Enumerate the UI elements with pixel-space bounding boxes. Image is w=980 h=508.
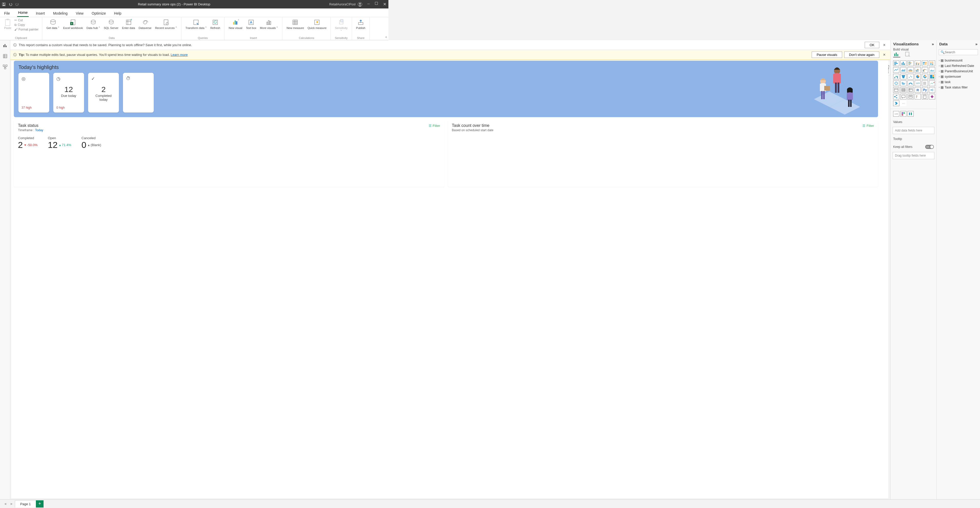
timeframe-link[interactable]: Today	[35, 128, 43, 132]
ribbon-group-queries: Queries	[198, 36, 208, 40]
ribbon-group-insert: Insert	[250, 36, 257, 40]
redo-icon[interactable]	[15, 3, 19, 6]
minimize-icon[interactable]: ─	[368, 2, 370, 7]
report-view-icon[interactable]	[2, 42, 8, 48]
menu-modeling[interactable]: Modeling	[52, 10, 68, 17]
svg-point-13	[109, 20, 113, 22]
cut-button[interactable]: ✂Cut	[13, 18, 40, 22]
card-due-today[interactable]: ◷ 12 Due today 0 high	[53, 73, 84, 113]
dataverse-button[interactable]: Dataverse	[137, 18, 153, 30]
check-icon: ✓	[91, 76, 116, 81]
left-rail	[0, 40, 10, 201]
svg-rect-24	[236, 21, 237, 25]
menu-home[interactable]: Home	[17, 9, 29, 17]
menu-insert[interactable]: Insert	[35, 10, 46, 17]
info-icon: ⓘ	[13, 43, 17, 48]
ribbon: Paste ✂Cut ⧉Copy 🖌Format painter Clipboa…	[0, 17, 388, 40]
scissors-icon: ✂	[14, 18, 17, 22]
svg-text:+: +	[238, 19, 239, 22]
report-canvas[interactable]: Today's highlights ◎ 37 high ◷ 12 Due to…	[11, 61, 388, 201]
publish-button[interactable]: Publish	[355, 18, 367, 30]
user-name[interactable]: RetailAuroraCIPool	[329, 3, 356, 6]
format-painter-button[interactable]: 🖌Format painter	[13, 27, 40, 32]
model-view-icon[interactable]	[2, 64, 8, 70]
card-target[interactable]: ◎ 37 high	[18, 73, 49, 113]
ribbon-group-calc: Calculations	[299, 36, 314, 40]
titlebar: Retail summary store ops (2) - Power BI …	[0, 0, 388, 8]
info-icon: ⓘ	[13, 53, 17, 57]
banner-tip: ⓘ Tip: To make multiple edits fast, paus…	[10, 50, 388, 60]
recent-sources-button[interactable]: Recent sources ˅	[153, 18, 178, 30]
card-stopwatch[interactable]: ⏱	[123, 73, 154, 113]
new-visual-button[interactable]: +New visual	[227, 18, 243, 30]
menu-optimize[interactable]: Optimize	[91, 10, 107, 17]
sensitivity-button[interactable]: Sensitivity˅	[333, 18, 349, 33]
stopwatch-icon: ⏱	[126, 76, 151, 81]
new-measure-button[interactable]: New measure	[285, 18, 305, 30]
svg-rect-6	[5, 19, 10, 25]
get-data-button[interactable]: Get data ˅	[45, 18, 61, 30]
svg-text:X: X	[71, 22, 73, 25]
svg-point-8	[51, 20, 55, 22]
svg-rect-28	[267, 22, 268, 25]
save-icon[interactable]	[2, 3, 6, 6]
workspace: ⓘ This report contains a custom visual t…	[10, 40, 388, 201]
clock-icon: ◷	[56, 76, 81, 81]
sql-server-button[interactable]: SQL Server	[102, 18, 120, 30]
quick-measure-button[interactable]: Quick measure	[306, 18, 328, 30]
learn-more-link[interactable]: Learn more	[171, 53, 188, 57]
paste-button[interactable]: Paste	[3, 18, 13, 30]
maximize-icon[interactable]	[375, 2, 378, 7]
card-completed-today[interactable]: ✓ 2 Completed today	[88, 73, 119, 113]
svg-point-12	[91, 20, 95, 22]
task-status-visual[interactable]: Task status ☰Filter Timeframe : Today Co…	[14, 120, 388, 187]
svg-rect-41	[5, 44, 5, 47]
target-icon: ◎	[22, 76, 46, 81]
kpi-completed: Completed 2▾ -50.0%	[18, 136, 38, 150]
svg-rect-7	[6, 19, 9, 20]
enter-data-button[interactable]: +Enter data	[121, 18, 137, 30]
ribbon-group-share: Share	[357, 36, 364, 40]
svg-rect-42	[6, 46, 7, 47]
svg-point-4	[359, 3, 361, 5]
text-box-button[interactable]: AText box	[244, 18, 258, 30]
excel-button[interactable]: XExcel workbook	[62, 18, 84, 30]
data-view-icon[interactable]	[2, 53, 8, 59]
svg-rect-22	[233, 22, 234, 25]
svg-rect-30	[270, 21, 271, 25]
svg-rect-1	[3, 5, 5, 6]
svg-text:A: A	[250, 20, 252, 24]
highlights-visual[interactable]: Today's highlights ◎ 37 high ◷ 12 Due to…	[14, 61, 388, 117]
transform-data-button[interactable]: Transform data ˅	[184, 18, 208, 30]
menu-help[interactable]: Help	[113, 10, 123, 17]
svg-text:+: +	[130, 19, 132, 21]
menubar: File Home Insert Modeling View Optimize …	[0, 8, 388, 17]
copy-button[interactable]: ⧉Copy	[13, 23, 40, 27]
svg-rect-2	[3, 3, 4, 4]
undo-icon[interactable]	[9, 3, 12, 6]
refresh-button[interactable]: Refresh	[209, 18, 222, 30]
banner-custom-visual: ⓘ This report contains a custom visual t…	[10, 40, 388, 50]
close-icon[interactable]: ✕	[383, 2, 387, 7]
ribbon-group-clipboard: Clipboard	[15, 36, 27, 40]
kpi-canceled: Canceled 0▴ (Blank)	[81, 136, 101, 150]
menu-view[interactable]: View	[75, 10, 84, 17]
svg-rect-31	[293, 20, 298, 25]
user-avatar-icon[interactable]	[358, 2, 362, 7]
more-visuals-button[interactable]: More visuals ˅	[259, 18, 280, 30]
svg-rect-29	[268, 21, 269, 25]
menu-file[interactable]: File	[3, 10, 11, 17]
window-title: Retail summary store ops (2) - Power BI …	[19, 2, 329, 6]
svg-rect-43	[3, 54, 7, 58]
copy-icon: ⧉	[14, 23, 17, 27]
svg-rect-39	[358, 22, 363, 25]
svg-rect-5	[375, 2, 378, 5]
ribbon-collapse-icon[interactable]: ^	[385, 36, 387, 40]
svg-line-51	[5, 66, 6, 67]
svg-rect-47	[3, 65, 5, 66]
ribbon-group-sensitivity: Sensitivity	[335, 36, 348, 40]
svg-rect-49	[4, 67, 6, 69]
data-hub-button[interactable]: Data hub ˅	[85, 18, 102, 30]
kpi-open: Open 12▴ 71.4%	[48, 136, 71, 150]
ribbon-group-data: Data	[109, 36, 115, 40]
